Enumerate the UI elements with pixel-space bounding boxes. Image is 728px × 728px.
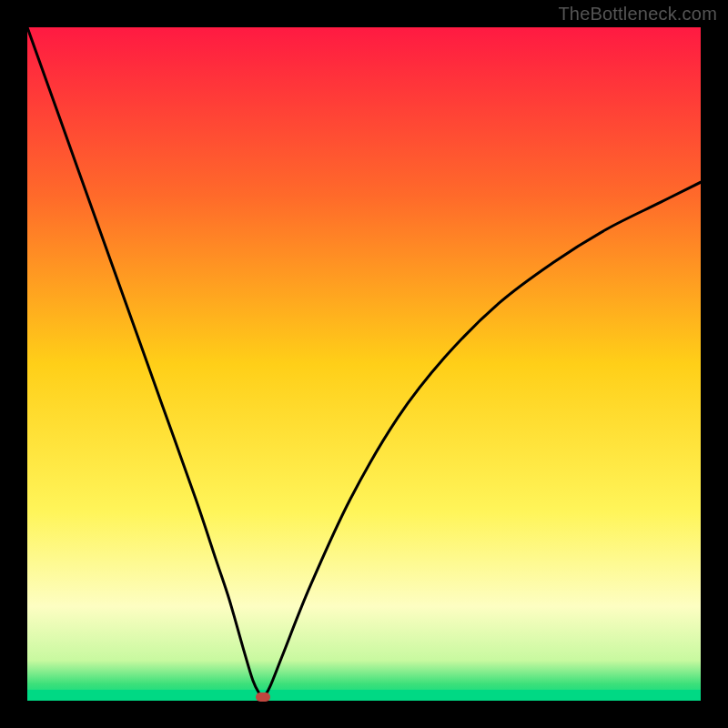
chart-frame [27,27,701,701]
optimal-point-marker [256,693,270,702]
bottleneck-curve [27,27,701,701]
watermark-text: TheBottleneck.com [558,4,717,25]
